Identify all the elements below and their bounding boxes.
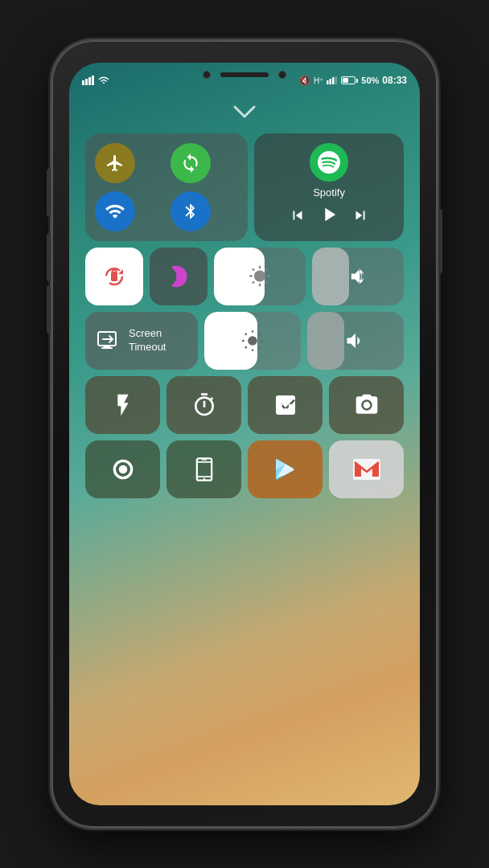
timer-button[interactable] xyxy=(166,376,241,434)
calculator-button[interactable] xyxy=(248,376,323,434)
svg-rect-0 xyxy=(82,80,84,85)
do-not-disturb-button[interactable] xyxy=(150,248,208,305)
play-store-button[interactable] xyxy=(248,440,323,498)
gmail-button[interactable] xyxy=(329,440,404,498)
previous-button[interactable] xyxy=(289,207,306,228)
wifi-toggle-button[interactable] xyxy=(95,191,135,231)
svg-rect-3 xyxy=(92,76,94,85)
speaker-grille xyxy=(220,72,269,77)
svg-line-17 xyxy=(245,334,247,335)
top-section: Spotify xyxy=(85,133,404,241)
svg-point-24 xyxy=(118,465,127,474)
battery-percent: 50% xyxy=(361,76,379,85)
screen-timeout-button[interactable]: ScreenTimeout xyxy=(85,312,198,370)
play-button[interactable] xyxy=(318,203,340,231)
chevron-down-icon[interactable] xyxy=(232,103,257,124)
brightness-icon xyxy=(249,265,271,288)
svg-rect-4 xyxy=(327,80,329,84)
status-bar: 🔇 H⁺ 50% 08:33 xyxy=(69,63,420,92)
bluetooth-icon xyxy=(182,201,199,222)
phone-mirror-icon xyxy=(193,457,216,482)
lock-rotation-button[interactable] xyxy=(85,248,143,305)
airplane-mode-button[interactable] xyxy=(95,143,135,183)
svg-rect-1 xyxy=(85,79,88,85)
screen-timeout-label: ScreenTimeout xyxy=(129,327,166,354)
gmail-icon xyxy=(353,459,380,480)
svg-point-28 xyxy=(203,478,204,480)
svg-point-14 xyxy=(248,336,257,346)
svg-line-22 xyxy=(258,334,260,335)
camera-button[interactable] xyxy=(329,376,404,434)
camera-area xyxy=(203,71,286,79)
svg-line-18 xyxy=(258,346,260,348)
sync-button[interactable] xyxy=(171,143,211,183)
volume-slider[interactable] xyxy=(312,248,404,305)
play-store-icon xyxy=(273,457,298,482)
wifi-status-icon xyxy=(98,76,109,84)
flashlight-icon xyxy=(110,392,136,418)
calculator-icon xyxy=(273,392,298,418)
mute-icon: 🔇 xyxy=(299,76,310,86)
lock-rotation-icon xyxy=(100,262,129,291)
signal-icon xyxy=(82,76,95,85)
camera-icon xyxy=(354,392,380,418)
svg-rect-7 xyxy=(335,76,338,84)
spotify-panel[interactable]: Spotify xyxy=(254,133,404,241)
time-display: 08:33 xyxy=(382,75,407,86)
toggles-grid xyxy=(85,133,248,241)
middle-section xyxy=(85,248,404,305)
volume-icon xyxy=(347,265,369,288)
phone-shell: 🔇 H⁺ 50% 08:33 xyxy=(51,40,438,828)
record-icon xyxy=(110,457,136,482)
play-icon xyxy=(318,203,340,226)
svg-rect-6 xyxy=(332,77,335,84)
volume-level xyxy=(307,312,344,370)
phone-screen: 🔇 H⁺ 50% 08:33 xyxy=(69,63,420,805)
signal-bars-icon xyxy=(327,76,338,84)
sync-icon xyxy=(180,153,201,174)
skip-forward-icon xyxy=(351,207,369,224)
apps-row-1 xyxy=(85,376,404,434)
status-left-icons xyxy=(82,76,109,85)
status-right-icons: 🔇 H⁺ 50% 08:33 xyxy=(299,75,407,86)
svg-rect-2 xyxy=(88,77,91,85)
sun-icon xyxy=(241,330,264,352)
next-button[interactable] xyxy=(351,207,369,228)
brightness-slider[interactable] xyxy=(214,248,306,305)
control-panel: Spotify xyxy=(85,133,404,789)
wifi-icon xyxy=(105,201,125,222)
spotify-logo xyxy=(310,143,348,182)
moon-icon xyxy=(166,264,191,289)
spotify-label: Spotify xyxy=(313,186,345,199)
media-controls xyxy=(289,203,369,231)
bluetooth-toggle-button[interactable] xyxy=(171,191,211,231)
battery-icon xyxy=(341,76,358,84)
signal-strength: H⁺ xyxy=(314,76,323,85)
front-camera xyxy=(203,71,211,79)
screen-record-button[interactable] xyxy=(85,440,160,498)
flashlight-button[interactable] xyxy=(85,376,160,434)
brightness-control-tile[interactable] xyxy=(204,312,301,370)
screen-timeout-section: ScreenTimeout xyxy=(85,312,404,370)
svg-rect-5 xyxy=(330,79,332,84)
volume-speaker-icon xyxy=(344,330,367,352)
phone-mirror-button[interactable] xyxy=(166,440,241,498)
sensor xyxy=(278,71,286,79)
screen-timeout-icon xyxy=(97,330,121,351)
spotify-icon xyxy=(318,151,340,174)
airplane-icon xyxy=(105,154,125,173)
skip-back-icon xyxy=(289,207,306,224)
timer-icon xyxy=(191,392,217,418)
svg-rect-13 xyxy=(101,347,113,349)
svg-line-21 xyxy=(245,346,247,348)
volume-fill xyxy=(312,248,349,305)
apps-row-2 xyxy=(85,440,404,498)
volume-control-tile[interactable] xyxy=(307,312,404,370)
